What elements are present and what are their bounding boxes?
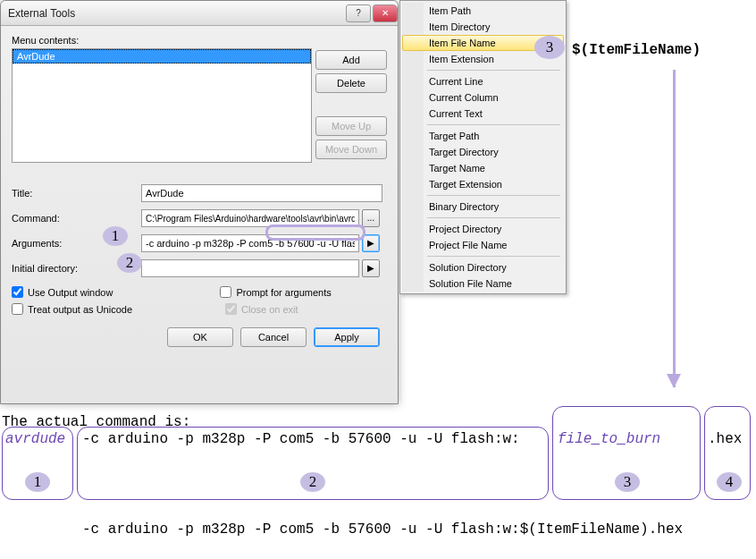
prompt-args-check[interactable]: Prompt for arguments (220, 286, 331, 298)
side-buttons: Add Delete Move Up Move Down (315, 50, 387, 159)
close-button[interactable]: ✕ (373, 4, 398, 22)
dialog-footer: OK Cancel Apply (12, 327, 387, 347)
prompt-args-label: Prompt for arguments (236, 287, 331, 298)
menu-item-current-text[interactable]: Current Text (402, 106, 564, 122)
close-exit-label: Close on exit (241, 304, 298, 315)
annot-badge-1b: 1 (25, 472, 50, 492)
use-output-checkbox[interactable] (12, 286, 23, 298)
use-output-check[interactable]: Use Output window (12, 286, 113, 298)
titlebar: External Tools ? ✕ (1, 1, 398, 26)
close-exit-check: Close on exit (225, 303, 298, 315)
menu-item-current-column[interactable]: Current Column (402, 89, 564, 106)
annot-part1: avrdude (5, 431, 65, 447)
menu-separator (427, 195, 560, 196)
initdir-field[interactable] (141, 259, 359, 277)
menu-item-solution-file-name[interactable]: Solution File Name (402, 275, 564, 292)
menu-item-binary-directory[interactable]: Binary Directory (402, 199, 564, 215)
prompt-args-checkbox[interactable] (220, 286, 231, 298)
delete-button[interactable]: Delete (315, 73, 387, 93)
help-button[interactable]: ? (346, 4, 371, 22)
menu-item-target-name[interactable]: Target Name (402, 160, 564, 176)
arguments-expand-button[interactable]: ▶ (362, 234, 380, 252)
cancel-button[interactable]: Cancel (240, 327, 307, 347)
close-exit-checkbox (225, 303, 237, 315)
title-label: Title: (12, 188, 141, 199)
spacer (315, 97, 387, 113)
menu-contents-list[interactable]: AvrDude (12, 48, 312, 163)
annot-badge-2a: 2 (117, 253, 142, 273)
window-buttons: ? ✕ (346, 4, 398, 22)
menu-item-item-directory[interactable]: Item Directory (402, 19, 564, 35)
menu-contents-label: Menu contents: (12, 35, 387, 46)
annot-badge-1a: 1 (103, 226, 128, 246)
apply-button[interactable]: Apply (314, 327, 380, 347)
menu-separator (427, 256, 560, 257)
annot-part4: .hex (708, 431, 742, 447)
command-label: Command: (12, 213, 141, 224)
ok-button[interactable]: OK (167, 327, 233, 347)
menu-item-item-path[interactable]: Item Path (402, 3, 564, 19)
annot-badge-3a: 3 (534, 36, 565, 59)
annot-macro-text: $(ItemFileName) (572, 42, 701, 58)
menu-item-target-extension[interactable]: Target Extension (402, 176, 564, 192)
unicode-label: Treat output as Unicode (28, 304, 132, 315)
menu-item-target-directory[interactable]: Target Directory (402, 144, 564, 160)
menu-separator (427, 217, 560, 218)
dialog-title: External Tools (8, 7, 75, 20)
menu-item-target-path[interactable]: Target Path (402, 128, 564, 144)
move-up-button[interactable]: Move Up (315, 116, 387, 136)
title-field[interactable] (141, 184, 382, 202)
dialog-body: Menu contents: AvrDude Add Delete Move U… (1, 26, 398, 356)
annot-part3: file_to_burn (558, 431, 660, 447)
annot-part2: -c arduino -p m328p -P com5 -b 57600 -u … (82, 431, 520, 447)
add-button[interactable]: Add (315, 50, 387, 70)
annot-badge-4b: 4 (717, 472, 742, 492)
annot-badge-3b: 3 (615, 472, 640, 492)
menu-separator (427, 124, 560, 125)
unicode-check[interactable]: Treat output as Unicode (12, 303, 132, 315)
command-browse-button[interactable]: ... (362, 209, 380, 227)
external-tools-dialog: External Tools ? ✕ Menu contents: AvrDud… (0, 0, 399, 404)
annot-final: -c arduino -p m328p -P com5 -b 57600 -u … (82, 521, 683, 538)
menu-item-solution-directory[interactable]: Solution Directory (402, 259, 564, 275)
menu-item-current-line[interactable]: Current Line (402, 73, 564, 89)
annot-oval-avrbin (265, 224, 365, 241)
menu-item-project-directory[interactable]: Project Directory (402, 221, 564, 237)
unicode-checkbox[interactable] (12, 303, 23, 315)
annot-badge-2b: 2 (300, 472, 325, 492)
menu-item-project-file-name[interactable]: Project File Name (402, 237, 564, 253)
move-down-button[interactable]: Move Down (315, 140, 387, 159)
initdir-expand-button[interactable]: ▶ (362, 259, 380, 277)
list-item[interactable]: AvrDude (13, 49, 311, 64)
annot-arrow-down (673, 70, 676, 387)
menu-separator (427, 70, 560, 71)
use-output-label: Use Output window (28, 287, 113, 298)
